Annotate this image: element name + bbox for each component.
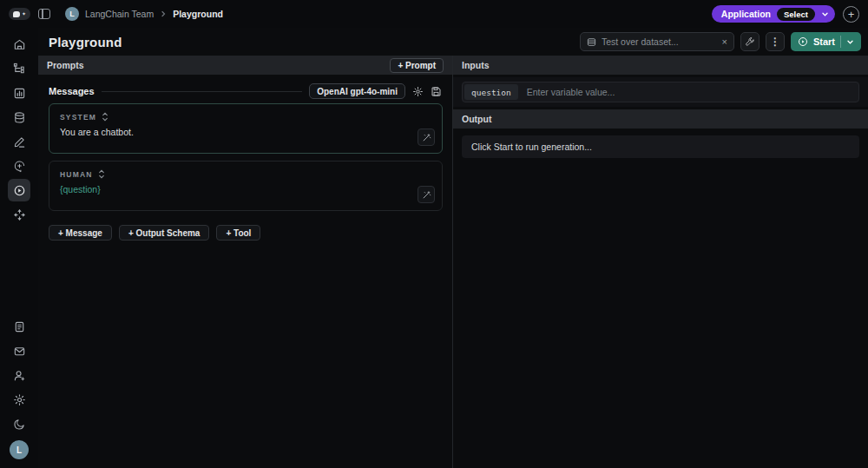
more-options-button[interactable]: ⋮ xyxy=(766,32,785,51)
application-select-value[interactable]: Select xyxy=(777,8,815,21)
io-panel: Inputs question Output Click Start to ru… xyxy=(452,56,868,468)
home-icon xyxy=(13,38,26,51)
input-variable-row: question xyxy=(453,77,868,107)
messages-title: Messages xyxy=(49,86,95,96)
prompts-header: Prompts + Prompt xyxy=(38,56,452,75)
role-stepper-icon xyxy=(98,169,105,179)
breadcrumb-page[interactable]: Playground xyxy=(173,9,223,19)
chevron-down-icon xyxy=(821,10,829,18)
chat-add-icon xyxy=(13,160,26,173)
start-chevron-icon[interactable] xyxy=(846,38,854,46)
inputs-header: Inputs xyxy=(453,56,868,75)
prompts-title: Prompts xyxy=(47,60,84,70)
sidebar-item-feedback[interactable] xyxy=(8,339,30,362)
magic-wand-icon xyxy=(422,133,431,142)
deploy-arrows-icon xyxy=(13,208,26,221)
trace-graph-icon xyxy=(13,63,26,76)
sidebar-item-deployments[interactable] xyxy=(8,203,30,226)
messages-header: Messages OpenAI gpt-4o-mini xyxy=(49,83,442,99)
message-card-system[interactable]: SYSTEM You are a chatbot. xyxy=(49,103,443,154)
logo-star-icon: ✦ xyxy=(22,11,26,16)
sidebar-item-settings[interactable] xyxy=(8,388,30,411)
invite-user-icon xyxy=(13,369,26,382)
playground-play-icon xyxy=(13,184,26,197)
application-label: Application xyxy=(721,9,771,19)
save-floppy-icon xyxy=(431,86,442,97)
add-prompt-button[interactable]: + Prompt xyxy=(390,58,444,73)
datasets-database-icon xyxy=(13,111,26,124)
logo-glyph xyxy=(13,11,20,17)
sidebar-item-docs[interactable] xyxy=(8,315,30,338)
sidebar-item-invite[interactable] xyxy=(8,364,30,386)
start-label: Start xyxy=(813,36,835,47)
prompt-actions: + Message + Output Schema + Tool xyxy=(49,225,442,241)
model-settings-button[interactable] xyxy=(412,86,424,97)
add-output-schema-button[interactable]: + Output Schema xyxy=(119,225,210,241)
annotate-pencil-icon xyxy=(13,135,26,148)
save-prompt-button[interactable] xyxy=(431,86,442,97)
sidebar-item-annotation[interactable] xyxy=(8,130,30,153)
application-selector[interactable]: Application Select xyxy=(712,5,835,23)
output-placeholder: Click Start to run generation... xyxy=(462,135,859,158)
magic-wand-icon xyxy=(422,190,431,200)
sidebar-item-datasets[interactable] xyxy=(8,106,30,129)
test-over-dataset-input[interactable] xyxy=(602,36,717,47)
add-workspace-button[interactable]: + xyxy=(843,6,859,23)
messages-divider xyxy=(102,91,303,92)
sidebar-item-home[interactable] xyxy=(8,33,30,56)
model-selector-chip[interactable]: OpenAI gpt-4o-mini xyxy=(309,83,405,99)
add-message-button[interactable]: + Message xyxy=(49,225,112,241)
top-bar: ✦ L LangChain Team Playground Applicatio… xyxy=(0,0,868,28)
start-divider xyxy=(840,36,841,48)
test-over-dataset-field[interactable]: × xyxy=(580,32,734,51)
settings-gear-icon xyxy=(13,393,26,406)
output-header: Output xyxy=(453,109,868,129)
message-content[interactable]: You are a chatbot. xyxy=(60,127,431,137)
variable-value-input[interactable] xyxy=(527,87,857,97)
page-title: Playground xyxy=(49,35,122,49)
prompts-panel: Prompts + Prompt Messages OpenAI gpt-4o-… xyxy=(38,56,452,468)
role-selector[interactable]: HUMAN xyxy=(60,169,431,179)
sidebar-item-chat[interactable] xyxy=(8,155,30,177)
role-selector[interactable]: SYSTEM xyxy=(60,112,431,122)
sidebar-item-tracing[interactable] xyxy=(8,57,30,80)
app-sidebar: L xyxy=(0,28,38,468)
langsmith-logo[interactable]: ✦ xyxy=(9,8,30,20)
chevron-right-icon xyxy=(160,10,167,17)
message-card-human[interactable]: HUMAN {question} xyxy=(49,161,443,211)
page-header: Playground × ⋮ Start xyxy=(38,28,868,56)
breadcrumb-team[interactable]: LangChain Team xyxy=(85,9,154,19)
role-label: HUMAN xyxy=(60,170,93,179)
wrench-icon xyxy=(745,36,755,47)
plus-icon: + xyxy=(848,9,855,20)
play-circle-icon xyxy=(798,36,808,47)
improve-prompt-button[interactable] xyxy=(418,186,435,203)
role-label: SYSTEM xyxy=(60,113,96,122)
dark-mode-moon-icon xyxy=(13,418,26,431)
add-tool-button[interactable]: + Tool xyxy=(216,225,260,241)
clear-dataset-icon[interactable]: × xyxy=(722,37,727,47)
variable-input-box[interactable]: question xyxy=(462,82,859,102)
team-avatar[interactable]: L xyxy=(65,7,79,21)
kebab-icon: ⋮ xyxy=(770,36,780,48)
sidebar-item-playground[interactable] xyxy=(8,179,30,201)
message-content[interactable]: {question} xyxy=(60,184,431,194)
monitor-chart-icon xyxy=(13,87,26,100)
improve-prompt-button[interactable] xyxy=(418,129,435,146)
inputs-title: Inputs xyxy=(462,60,490,70)
user-avatar[interactable]: L xyxy=(10,440,29,459)
docs-file-icon xyxy=(13,320,26,333)
sidebar-toggle-icon[interactable] xyxy=(38,9,50,19)
output-title: Output xyxy=(462,114,491,124)
breadcrumb: L LangChain Team Playground xyxy=(65,7,223,21)
tools-button[interactable] xyxy=(740,32,760,51)
gear-icon xyxy=(412,86,424,97)
dataset-icon xyxy=(587,37,596,47)
sidebar-item-monitoring[interactable] xyxy=(8,82,30,104)
mail-icon xyxy=(13,345,26,358)
role-stepper-icon xyxy=(102,112,108,122)
sidebar-item-theme[interactable] xyxy=(8,412,30,435)
start-button[interactable]: Start xyxy=(791,32,861,51)
variable-name-chip: question xyxy=(464,84,518,100)
